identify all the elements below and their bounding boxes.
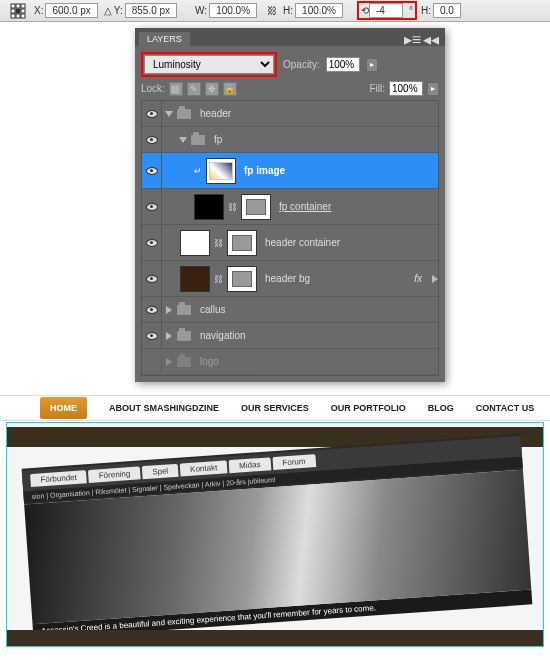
layer-label: callus (200, 304, 226, 315)
svg-rect-8 (21, 14, 25, 18)
layer-label: header container (265, 237, 340, 248)
visibility-eye-icon[interactable] (146, 306, 158, 314)
visibility-eye-icon[interactable] (146, 167, 158, 175)
fp-image-content: Förbundet Förening Spel Kontakt Midas Fo… (22, 434, 533, 639)
blend-mode-highlight: Luminosity (141, 52, 277, 77)
game-tab: Förening (88, 466, 140, 483)
panel-tabbar: LAYERS ▸≡ ◂◂ (135, 28, 445, 46)
mask-thumbnail (241, 194, 271, 220)
opacity-flyout-icon[interactable]: ▸ (366, 58, 378, 72)
svg-rect-1 (16, 4, 20, 8)
rotate-highlight: ⟲ -4 ° (357, 1, 417, 20)
link-icon: ⛓ (214, 238, 223, 248)
svg-rect-5 (21, 9, 25, 13)
link-icon[interactable]: ⛓ (267, 5, 277, 16)
reference-point-icon[interactable] (10, 3, 26, 19)
fill-label: Fill: (369, 83, 385, 94)
x-label: X: (34, 5, 43, 16)
layer-label: fp image (244, 165, 285, 176)
nav-about[interactable]: ABOUT SMASHINGDZINE (109, 403, 219, 413)
blend-mode-select[interactable]: Luminosity (144, 55, 274, 74)
layer-fp-image[interactable]: ↵ fp image (142, 153, 438, 189)
layer-label: fp (214, 134, 222, 145)
game-tab: Kontakt (180, 460, 228, 476)
disclosure-icon[interactable] (166, 332, 172, 340)
h2-label: H: (421, 5, 431, 16)
layer-label: header (200, 108, 231, 119)
panel-collapse-icon[interactable]: ◂◂ (423, 30, 439, 49)
lock-position-icon[interactable]: ✥ (205, 82, 219, 96)
lock-pixels-icon[interactable]: ✎ (187, 82, 201, 96)
nav-home[interactable]: HOME (40, 397, 87, 419)
lock-label: Lock: (141, 83, 165, 94)
panel-menu-icon[interactable]: ▸≡ (404, 30, 421, 49)
h-label: H: (283, 5, 293, 16)
x-input[interactable]: 600.0 px (45, 3, 97, 18)
nav-blog[interactable]: BLOG (428, 403, 454, 413)
opacity-input[interactable] (326, 57, 360, 72)
rotate-input[interactable]: -4 (369, 3, 403, 18)
rotate-icon: ⟲ (361, 5, 369, 16)
h-input[interactable]: 100.0% (295, 3, 343, 18)
transform-bounding-box[interactable]: Förbundet Förening Spel Kontakt Midas Fo… (6, 422, 544, 647)
w-input[interactable]: 100.0% (209, 3, 257, 18)
disclosure-icon[interactable] (166, 306, 172, 314)
visibility-eye-icon[interactable] (146, 110, 158, 118)
layer-header-container[interactable]: ⛓ header container (142, 225, 438, 261)
folder-icon (176, 356, 192, 368)
lock-all-icon[interactable]: 🔒 (223, 82, 237, 96)
layer-header-bg[interactable]: ⛓ header bg fx (142, 261, 438, 297)
mask-thumbnail (227, 266, 257, 292)
link-icon: ⛓ (228, 202, 237, 212)
disclosure-icon[interactable] (179, 137, 187, 143)
game-tab: Midas (229, 457, 271, 473)
visibility-eye-icon[interactable] (146, 136, 158, 144)
svg-rect-6 (11, 14, 15, 18)
y-input[interactable]: 855.0 px (125, 3, 177, 18)
fill-input[interactable] (389, 81, 423, 96)
layer-group-callus[interactable]: callus (142, 297, 438, 323)
svg-rect-0 (11, 4, 15, 8)
svg-rect-7 (16, 14, 20, 18)
nav-services[interactable]: OUR SERVICES (241, 403, 309, 413)
disclosure-icon[interactable] (165, 111, 173, 117)
svg-rect-4 (16, 9, 20, 13)
visibility-eye-icon[interactable] (146, 239, 158, 247)
visibility-eye-icon[interactable] (146, 332, 158, 340)
game-tab: Spel (142, 464, 179, 479)
mask-thumbnail (227, 230, 257, 256)
opacity-label: Opacity: (283, 59, 320, 70)
site-nav: HOME ABOUT SMASHINGDZINE OUR SERVICES OU… (0, 395, 550, 421)
delta-icon: △ (104, 5, 112, 16)
h2-input[interactable]: 0.0 (433, 3, 461, 18)
fx-indicator[interactable]: fx (414, 273, 422, 284)
game-tab: Forum (272, 454, 316, 470)
fx-disclosure-icon[interactable] (432, 275, 438, 283)
disclosure-icon[interactable] (166, 358, 172, 366)
layer-label: header bg (265, 273, 310, 284)
layer-tree: header fp ↵ fp image (141, 100, 439, 376)
visibility-eye-icon[interactable] (146, 275, 158, 283)
visibility-eye-icon[interactable] (146, 203, 158, 211)
layer-fp-container[interactable]: ⛓ fp container (142, 189, 438, 225)
folder-icon (176, 304, 192, 316)
layers-tab[interactable]: LAYERS (139, 32, 190, 46)
layer-group-fp[interactable]: fp (142, 127, 438, 153)
transform-options-bar: X: 600.0 px △ Y: 855.0 px W: 100.0% ⛓ H:… (0, 0, 550, 22)
lock-transparency-icon[interactable]: ▨ (169, 82, 183, 96)
nav-contact[interactable]: CONTACT US (476, 403, 534, 413)
layer-thumbnail (180, 266, 210, 292)
game-tab: Förbundet (30, 470, 87, 487)
layers-panel: LAYERS ▸≡ ◂◂ Luminosity Opacity: ▸ Lock:… (135, 28, 445, 382)
nav-portfolio[interactable]: OUR PORTFOLIO (331, 403, 406, 413)
fill-flyout-icon[interactable]: ▸ (427, 82, 439, 96)
layer-label: logo (200, 356, 219, 367)
layer-group-navigation[interactable]: navigation (142, 323, 438, 349)
w-label: W: (195, 5, 207, 16)
degree-label: ° (409, 5, 413, 16)
layer-group-logo[interactable]: logo (142, 349, 438, 375)
layer-label: fp container (279, 201, 331, 212)
layer-group-header[interactable]: header (142, 101, 438, 127)
svg-rect-2 (21, 4, 25, 8)
canvas-preview: HOME ABOUT SMASHINGDZINE OUR SERVICES OU… (0, 395, 550, 648)
